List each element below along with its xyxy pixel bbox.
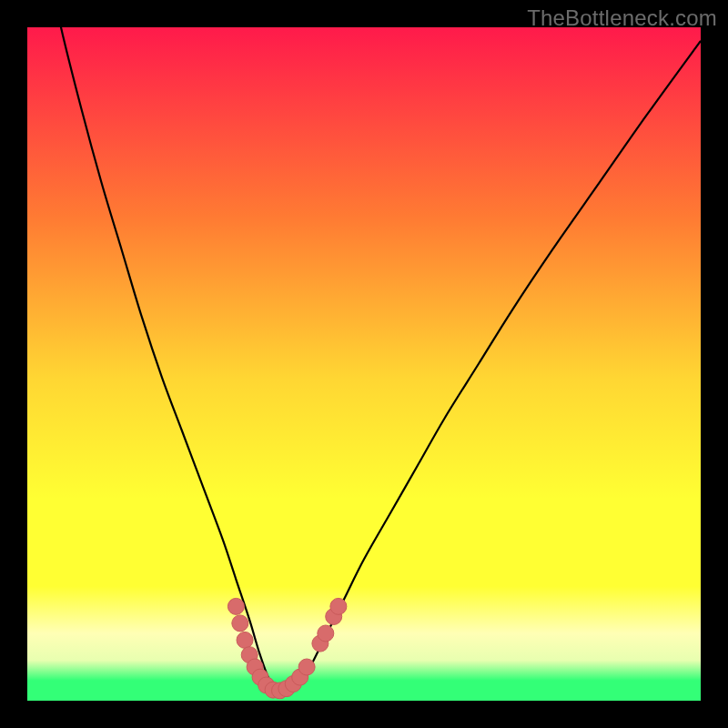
curve-marker [232,615,248,632]
chart-frame: TheBottleneck.com [0,0,728,728]
curve-marker [318,625,334,642]
gradient-background [27,27,701,701]
watermark-text: TheBottleneck.com [527,5,717,31]
curve-marker [228,598,244,614]
plot-area [27,27,701,701]
chart-svg [27,27,701,701]
curve-marker [237,632,253,648]
curve-marker [330,598,347,614]
curve-marker [298,659,315,675]
